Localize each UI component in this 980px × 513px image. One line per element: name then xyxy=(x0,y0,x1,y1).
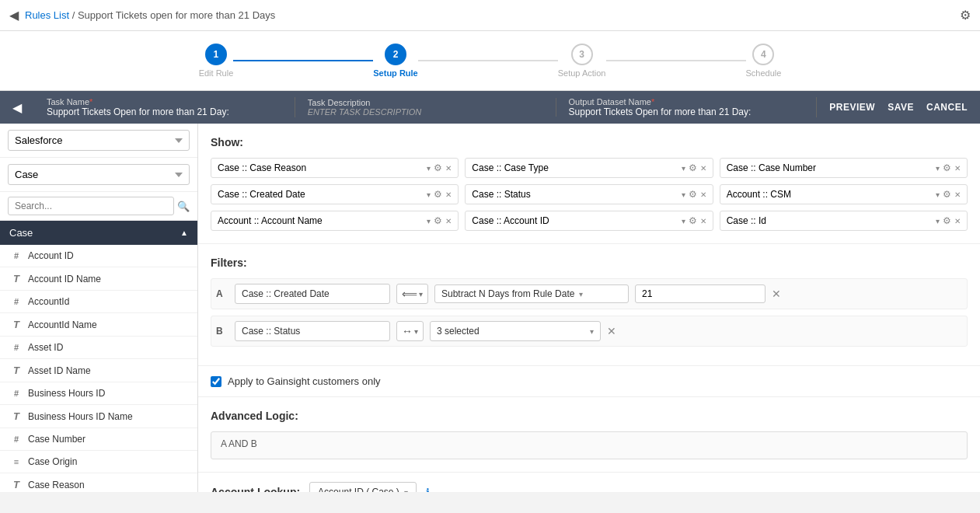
search-input[interactable] xyxy=(8,197,174,215)
show-field-row: Case :: Case Reason xyxy=(211,158,459,178)
preview-button[interactable]: PREVIEW xyxy=(829,102,875,113)
sidebar-section-case[interactable]: Case ▲ xyxy=(0,221,197,245)
text-icon: T xyxy=(11,410,22,422)
show-field-row: Case :: Case Type xyxy=(465,158,713,178)
sidebar-item[interactable]: #AccountId xyxy=(0,291,197,313)
filter-a-function-label: Subtract N Days from Rule Date xyxy=(441,288,574,299)
show-field-select[interactable]: Case :: Case Number xyxy=(727,162,933,173)
sidebar-item-label: Account ID xyxy=(28,250,74,261)
breadcrumb-rules-list[interactable]: Rules List xyxy=(25,9,69,21)
filter-a-remove-button[interactable]: ✕ xyxy=(772,288,781,300)
show-field-chevron xyxy=(427,189,431,200)
filter-b-field[interactable]: Case :: Status xyxy=(235,321,390,341)
step-4-circle[interactable]: 4 xyxy=(752,44,774,65)
show-field-gear-icon[interactable] xyxy=(434,215,442,226)
show-field-close-icon[interactable] xyxy=(954,162,961,173)
show-field-gear-icon[interactable] xyxy=(943,162,951,173)
filter-a-op-icon: ⟸ xyxy=(402,288,417,300)
filters-section: Filters: A Case :: Created Date ⟸ ▾ Subt… xyxy=(198,244,980,366)
hash-icon: # xyxy=(11,297,22,306)
step-2: 2 Setup Rule xyxy=(373,44,417,78)
step-2-container: 2 Setup Rule xyxy=(373,44,417,78)
search-button[interactable]: 🔍 xyxy=(177,201,190,212)
sidebar-item[interactable]: TBusiness Hours ID Name xyxy=(0,405,197,428)
show-field-close-icon[interactable] xyxy=(700,162,706,173)
task-name-value[interactable]: Support Tickets Open for more than 21 Da… xyxy=(47,106,282,117)
show-field-gear-icon[interactable] xyxy=(943,215,951,226)
show-field-close-icon[interactable] xyxy=(445,162,452,173)
filter-a-operator[interactable]: ⟸ ▾ xyxy=(396,284,428,304)
show-field-gear-icon[interactable] xyxy=(434,162,442,173)
filter-a-label: A xyxy=(216,288,228,299)
account-lookup-select-wrap: Account ID ( Case ) ▾ xyxy=(309,482,417,492)
filter-a-field[interactable]: Case :: Created Date xyxy=(235,284,390,304)
account-lookup-value[interactable]: Account ID ( Case ) xyxy=(318,487,399,492)
show-field-select[interactable]: Account :: CSM xyxy=(727,189,933,200)
sidebar-item[interactable]: #Case Number xyxy=(0,428,197,451)
show-field-select[interactable]: Case :: Status xyxy=(472,189,678,200)
apply-gainsight-checkbox[interactable] xyxy=(211,376,221,387)
filter-b-selected-label: 3 selected xyxy=(437,326,480,337)
show-field-close-icon[interactable] xyxy=(700,189,706,200)
show-field-select[interactable]: Account :: Account Name xyxy=(218,215,424,226)
filter-b-operator[interactable]: ↔ ▾ xyxy=(396,321,424,341)
filter-b-value-select[interactable]: 3 selected ▾ xyxy=(430,321,601,341)
account-lookup-info-icon[interactable]: ℹ xyxy=(426,487,430,493)
output-dataset-field: Output Dataset Name* Support Tickets Ope… xyxy=(556,97,818,117)
sidebar-item[interactable]: ≡Case Origin xyxy=(0,451,197,473)
task-header: ◀ Task Name* Support Tickets Open for mo… xyxy=(0,91,980,124)
object-dropdown[interactable]: Case xyxy=(8,164,190,185)
sidebar-item[interactable]: TCase Reason xyxy=(0,473,197,492)
show-field-select[interactable]: Case :: Id xyxy=(727,215,933,226)
show-field-close-icon[interactable] xyxy=(954,189,961,200)
save-button[interactable]: SAVE xyxy=(888,102,914,113)
datasource-dropdown[interactable]: Salesforce xyxy=(8,130,190,151)
step-2-circle[interactable]: 2 xyxy=(385,44,406,65)
show-field-select[interactable]: Case :: Account ID xyxy=(472,215,678,226)
sidebar-section-title: Case xyxy=(9,227,33,239)
filters-section-title: Filters: xyxy=(211,256,968,269)
step-4: 4 Schedule xyxy=(746,44,782,78)
step-3-container: 3 Setup Action xyxy=(558,44,606,78)
top-bar-left: ◀ Rules List / Support Tickets open for … xyxy=(9,8,275,23)
task-description-placeholder[interactable]: ENTER TASK DESCRIPTION xyxy=(308,107,543,117)
filter-a-value-input[interactable] xyxy=(642,288,759,299)
show-field-select[interactable]: Case :: Case Reason xyxy=(218,162,424,173)
filter-b-label: B xyxy=(216,326,228,337)
task-header-back-button[interactable]: ◀ xyxy=(12,100,22,115)
filter-b-remove-button[interactable]: ✕ xyxy=(607,325,616,337)
show-field-close-icon[interactable] xyxy=(954,215,961,226)
show-field-select[interactable]: Case :: Case Type xyxy=(472,162,678,173)
sidebar-item[interactable]: #Asset ID xyxy=(0,337,197,359)
show-field-gear-icon[interactable] xyxy=(434,189,442,200)
doc-icon: ≡ xyxy=(11,457,22,466)
show-field-close-icon[interactable] xyxy=(700,215,706,226)
sidebar-item[interactable]: TAccountId Name xyxy=(0,313,197,337)
step-3-circle[interactable]: 3 xyxy=(571,44,593,65)
sidebar-item[interactable]: TAccount ID Name xyxy=(0,267,197,291)
settings-icon[interactable]: ⚙ xyxy=(960,8,971,23)
output-dataset-value[interactable]: Support Tickets Open for more than 21 Da… xyxy=(569,106,804,117)
text-icon: T xyxy=(11,365,22,376)
show-field-gear-icon[interactable] xyxy=(689,189,697,200)
show-field-gear-icon[interactable] xyxy=(689,162,697,173)
sidebar-item[interactable]: #Business Hours ID xyxy=(0,382,197,405)
show-field-gear-icon[interactable] xyxy=(943,189,951,200)
show-field-gear-icon[interactable] xyxy=(689,215,697,226)
show-field-select[interactable]: Case :: Created Date xyxy=(218,189,424,200)
breadcrumb-current: Support Tickets open for more than 21 Da… xyxy=(78,9,275,21)
sidebar-item[interactable]: TAsset ID Name xyxy=(0,359,197,382)
cancel-button[interactable]: CANCEL xyxy=(926,102,968,113)
sidebar-item-label: AccountId xyxy=(28,296,69,307)
show-field-close-icon[interactable] xyxy=(445,215,452,226)
filter-b-value-chevron: ▾ xyxy=(590,327,594,336)
back-button[interactable]: ◀ xyxy=(9,8,19,23)
advanced-logic-input[interactable]: A AND B xyxy=(211,431,968,459)
step-3-label: Setup Action xyxy=(558,68,606,78)
show-field-close-icon[interactable] xyxy=(445,189,452,200)
account-lookup-chevron: ▾ xyxy=(404,488,408,493)
step-1-circle[interactable]: 1 xyxy=(205,44,227,65)
filter-b-op-chevron: ▾ xyxy=(414,327,418,336)
sidebar-item[interactable]: #Account ID xyxy=(0,245,197,267)
show-field-chevron xyxy=(936,215,940,226)
